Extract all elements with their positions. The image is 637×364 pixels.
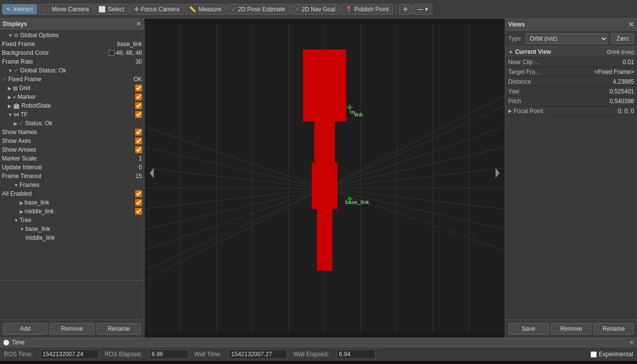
- tree-show-arrows: Show Arrows: [0, 145, 144, 154]
- distance-label: Distance: [508, 78, 613, 85]
- displays-header: Displays ✕: [0, 19, 144, 30]
- pose-estimate-button[interactable]: ✓ 2D Pose Estimate: [227, 4, 289, 15]
- wall-time-label: Wall Time:: [194, 351, 222, 358]
- rename-button[interactable]: Rename: [96, 323, 141, 335]
- svg-rect-22: [317, 209, 332, 271]
- nav-goal-button[interactable]: ✓ 2D Nav Goal: [290, 4, 340, 15]
- base-link-frame-label: base_link: [24, 199, 135, 206]
- tree-base-link-tree[interactable]: ▼ base_link: [0, 225, 144, 233]
- displays-close-button[interactable]: ✕: [136, 21, 141, 27]
- current-view-label: Current View: [515, 48, 551, 55]
- pose-estimate-label: 2D Pose Estimate: [238, 6, 285, 13]
- views-type-label: Type:: [508, 35, 522, 42]
- views-remove-button[interactable]: Remove: [551, 323, 591, 335]
- select-button[interactable]: ⬜ Select: [94, 4, 128, 15]
- tree-tf[interactable]: ▼ ⋈ TF: [0, 110, 144, 119]
- bg-color-value: 48; 48; 48: [116, 49, 142, 56]
- tree-marker[interactable]: ▶ ● Marker: [0, 92, 144, 101]
- focus-camera-icon: ✛: [134, 6, 139, 13]
- views-save-button[interactable]: Save: [508, 323, 549, 335]
- views-close-button[interactable]: ✕: [628, 21, 634, 28]
- experimental-label: Experimental: [599, 351, 633, 358]
- fixed-frame-status-value: OK: [134, 76, 142, 83]
- add-button[interactable]: Add: [3, 323, 47, 335]
- views-distance: Distance 4.23885: [505, 77, 637, 87]
- left-panel: Displays ✕ ▼ ⚙ Global Options Fixed Fram…: [0, 19, 144, 338]
- remove-button[interactable]: Remove: [49, 323, 94, 335]
- measure-button[interactable]: 📏 Measure: [185, 4, 226, 15]
- grid-icon: ▦: [13, 85, 18, 91]
- nav-goal-icon: ✓: [295, 6, 300, 13]
- tree-grid[interactable]: ▶ ▦ Grid: [0, 84, 144, 92]
- ros-elapsed-input[interactable]: [149, 349, 189, 359]
- crosshair-button[interactable]: ✛: [399, 4, 412, 15]
- viewport[interactable]: m link base_link ✛ ✛: [144, 19, 505, 338]
- views-tree: ▼ Current View Orbit (rviz) Near Clip ..…: [505, 47, 637, 319]
- select-label: Select: [108, 6, 124, 13]
- yaw-value: 0.525401: [610, 88, 634, 95]
- views-title: Views: [508, 21, 525, 28]
- interact-icon: ↖: [6, 6, 11, 13]
- middle-link-frame-arrow: ▶: [20, 209, 24, 214]
- svg-text:link: link: [354, 112, 363, 117]
- tree-show-names: Show Names: [0, 128, 144, 136]
- tree-global-status[interactable]: ▼ ✓ Global Status: Ok: [0, 66, 144, 75]
- tree-fixed-frame: Fixed Frame base_link: [0, 40, 144, 48]
- show-names-checkbox[interactable]: [135, 129, 142, 136]
- marker-checkbox[interactable]: [135, 93, 142, 100]
- robot-state-icon: 🤖: [13, 102, 20, 109]
- wall-time-input[interactable]: [229, 349, 287, 359]
- tree-robot-state[interactable]: ▶ 🤖 RobotState: [0, 101, 144, 110]
- tree-tree-label: Tree: [20, 217, 142, 224]
- tree-middle-link-frame[interactable]: ▶ middle_link: [0, 207, 144, 216]
- tf-status-label: Status: Ok: [25, 120, 142, 127]
- experimental-checkbox[interactable]: [590, 351, 597, 358]
- displays-title: Displays: [3, 21, 27, 27]
- toolbar: ↖ Interact 🎥 Move Camera ⬜ Select ✛ Focu…: [0, 0, 637, 19]
- yaw-label: Yaw: [508, 88, 610, 95]
- svg-rect-21: [312, 162, 338, 209]
- base-link-tree-arrow: ▼: [20, 227, 24, 232]
- near-clip-label: Near Clip ...: [508, 59, 623, 66]
- svg-rect-19: [303, 49, 346, 121]
- ros-time-input[interactable]: [40, 349, 99, 359]
- displays-buttons: Add Remove Rename: [0, 319, 144, 338]
- tree-tf-status[interactable]: ▶ ✓ Status: Ok: [0, 119, 144, 128]
- robot-state-checkbox[interactable]: [135, 102, 142, 109]
- views-rename-button[interactable]: Rename: [593, 323, 634, 335]
- show-arrows-checkbox[interactable]: [135, 146, 142, 153]
- views-type-select[interactable]: Orbit (rviz): [525, 33, 608, 44]
- select-icon: ⬜: [98, 6, 106, 13]
- tf-checkbox[interactable]: [135, 111, 142, 118]
- global-status-arrow: ▼: [8, 68, 13, 73]
- tree-frames[interactable]: ▼ Frames: [0, 181, 144, 189]
- tree-tree[interactable]: ▼ Tree: [0, 216, 144, 225]
- current-view-header[interactable]: ▼ Current View Orbit (rviz): [505, 47, 637, 57]
- publish-point-button[interactable]: 📍 Publish Point: [341, 4, 393, 15]
- views-yaw: Yaw 0.525401: [505, 87, 637, 96]
- move-camera-button[interactable]: 🎥 Move Camera: [38, 4, 93, 15]
- show-axes-checkbox[interactable]: [135, 137, 142, 144]
- time-close-button[interactable]: ✕: [629, 339, 634, 346]
- all-enabled-label: All Enabled: [2, 190, 135, 197]
- robot-state-label: RobotState: [22, 102, 135, 109]
- target-frame-label: Target Fra...: [508, 68, 594, 75]
- grid-checkbox[interactable]: [135, 85, 142, 91]
- wall-elapsed-input[interactable]: [336, 349, 376, 359]
- pose-estimate-icon: ✓: [231, 6, 236, 13]
- fixed-frame-status-label: Fixed Frame: [8, 76, 134, 83]
- displays-tree: ▼ ⚙ Global Options Fixed Frame base_link…: [0, 30, 144, 280]
- interact-button[interactable]: ↖ Interact: [2, 4, 37, 15]
- base-link-frame-checkbox[interactable]: [135, 199, 142, 206]
- bg-color-label: Background Color: [2, 49, 109, 56]
- tree-middle-link-tree[interactable]: middle_link: [0, 233, 144, 242]
- views-header: Views ✕: [505, 19, 637, 31]
- tree-show-axes: Show Axes: [0, 136, 144, 145]
- tree-item-global-options[interactable]: ▼ ⚙ Global Options: [0, 31, 144, 40]
- middle-link-frame-checkbox[interactable]: [135, 208, 142, 215]
- tree-base-link-frame[interactable]: ▶ base_link: [0, 198, 144, 207]
- more-button[interactable]: — ▾: [413, 4, 432, 15]
- focus-camera-button[interactable]: ✛ Focus Camera: [130, 4, 184, 15]
- zero-button[interactable]: Zero: [611, 33, 634, 44]
- all-enabled-checkbox[interactable]: [135, 190, 142, 197]
